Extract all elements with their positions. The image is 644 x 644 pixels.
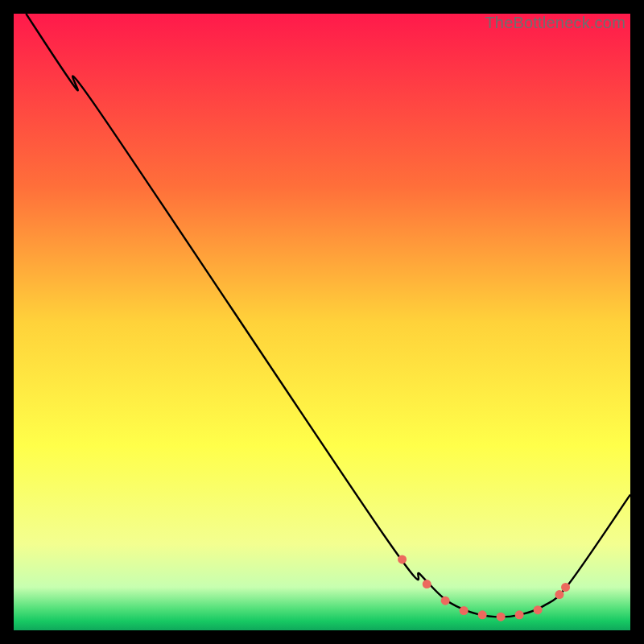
highlight-dot — [534, 605, 543, 614]
chart-svg — [14, 14, 630, 630]
highlight-dot — [561, 583, 570, 592]
gradient-background — [14, 14, 630, 630]
highlight-dot — [423, 580, 431, 588]
highlight-dot — [398, 555, 407, 564]
highlight-dot — [555, 590, 564, 599]
highlight-dot — [497, 613, 506, 621]
highlight-dot — [478, 610, 487, 619]
highlight-dot — [515, 610, 524, 619]
chart-frame: TheBottleneck.com — [14, 14, 630, 630]
watermark-text: TheBottleneck.com — [485, 14, 625, 32]
highlight-dot — [441, 597, 450, 605]
highlight-dot — [460, 606, 469, 615]
